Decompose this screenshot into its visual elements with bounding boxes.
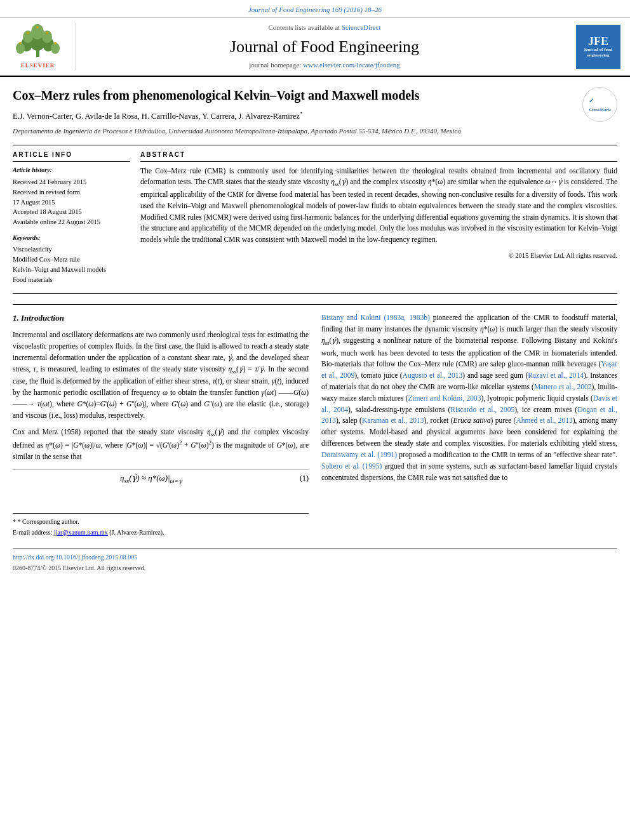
page-footer: http://dx.doi.org/10.1016/j.jfoodeng.201… <box>13 549 617 573</box>
journal-logo-right: JFE journal of food engineering <box>573 23 624 71</box>
journal-logo-box: JFE journal of food engineering <box>576 25 620 69</box>
corresponding-note: * * Corresponding author. <box>13 517 309 527</box>
intro-section-title: 1. Introduction <box>13 312 309 324</box>
svg-point-10 <box>54 42 57 44</box>
svg-point-9 <box>19 42 22 44</box>
accepted-date: Accepted 18 August 2015 <box>13 207 130 217</box>
equation-1-line: ηss(γ̇) ≈ η*(ω)|ω=γ̇ (1) <box>13 469 309 488</box>
logo-title: journal of food engineering <box>579 47 618 58</box>
email-person: (J. Alvarez-Ramirez). <box>109 529 164 536</box>
article-title: Cox–Merz rules from phenomenological Kel… <box>13 88 420 102</box>
corresponding-label: * Corresponding author. <box>18 518 79 525</box>
svg-point-13 <box>36 26 39 29</box>
email-label: E-mail address: <box>13 529 52 536</box>
authors: E.J. Vernon-Carter, G. Avila-de la Rosa,… <box>13 112 300 121</box>
ahmed-ref[interactable]: Ahmed et al., 2013 <box>516 417 572 424</box>
journal-header: ELSEVIER Contents lists available at Sci… <box>0 18 630 77</box>
intro-number: 1. <box>13 313 19 323</box>
journal-homepage-line: journal homepage: www.elsevier.com/locat… <box>249 60 400 70</box>
journal-top-bar: Journal of Food Engineering 169 (2016) 1… <box>0 0 630 18</box>
revised-label: Received in revised form <box>13 187 130 197</box>
elsevier-logo-area: ELSEVIER <box>6 23 76 71</box>
svg-point-12 <box>46 32 48 34</box>
email-line: E-mail address: jjar@xanum.uam.mx (J. Al… <box>13 528 309 538</box>
journal-title-header: Journal of Food Engineering <box>230 35 419 59</box>
sciencedirect-line: Contents lists available at ScienceDirec… <box>268 23 380 33</box>
soltero-ref[interactable]: Soltero et al. (1995) <box>321 462 382 470</box>
elsevier-tree-icon <box>14 24 62 59</box>
crossmark-label: ✓CrossMark <box>589 97 610 113</box>
available-date: Available online 22 August 2015 <box>13 217 130 227</box>
sciencedirect-link[interactable]: ScienceDirect <box>342 23 381 31</box>
right-intro-text: Bistany and Kokini (1983a, 1983b) pionee… <box>321 312 617 483</box>
body-divider <box>13 293 617 294</box>
intro-title: Introduction <box>21 313 64 323</box>
keywords-label: Keywords: <box>13 234 130 243</box>
left-body-col: 1. Introduction Incremental and oscillat… <box>13 312 309 538</box>
right-body-col: Bistany and Kokini (1983a, 1983b) pionee… <box>321 312 617 538</box>
manero-ref[interactable]: Manero et al., 2002 <box>534 383 592 390</box>
journal-ref: Journal of Food Engineering 169 (2016) 1… <box>248 6 382 13</box>
email-link[interactable]: jjar@xanum.uam.mx <box>54 529 108 536</box>
article-history-label: Article history: <box>13 166 130 175</box>
equation-1-number: (1) <box>290 473 309 484</box>
article-divider <box>13 145 617 145</box>
footnote-block: * * Corresponding author. E-mail address… <box>13 513 309 537</box>
keyword-3: Kelvin–Voigt and Maxwell models <box>13 265 130 275</box>
augusto-ref[interactable]: Augusto et al., 2013 <box>403 371 463 379</box>
svg-point-11 <box>27 32 29 34</box>
corresponding-star: * <box>300 110 303 117</box>
keyword-2: Modified Cox–Merz rule <box>13 255 130 265</box>
karaman-ref[interactable]: Karaman et al., 2013 <box>362 417 424 424</box>
doi-link[interactable]: http://dx.doi.org/10.1016/j.jfoodeng.201… <box>13 554 137 561</box>
corresponding-star-note: * <box>13 518 18 525</box>
copyright: © 2015 Elsevier Ltd. All rights reserved… <box>140 251 617 260</box>
equation-1-content: ηss(γ̇) ≈ η*(ω)|ω=γ̇ <box>13 472 290 486</box>
doi-line: http://dx.doi.org/10.1016/j.jfoodeng.201… <box>13 553 617 563</box>
body-section: 1. Introduction Incremental and oscillat… <box>13 304 617 573</box>
body-two-col: 1. Introduction Incremental and oscillat… <box>13 312 617 538</box>
issn-line: 0260-8774/© 2015 Elsevier Ltd. All right… <box>13 564 617 573</box>
keyword-4: Food materials <box>13 275 130 285</box>
zimeri-ref[interactable]: Zimeri and Kokini, 2003 <box>408 394 481 402</box>
article-info-section-label: ARTICLE INFO <box>13 150 130 162</box>
intro-paragraph-2: Cox and Merz (1958) reported that the st… <box>13 427 309 463</box>
razavi-ref[interactable]: Razavi et al., 2014 <box>528 371 584 379</box>
homepage-label: journal homepage: <box>249 61 301 69</box>
bistany-kokini-ref[interactable]: Bistany and Kokini (1983a, 1983b) <box>321 314 430 321</box>
journal-center: Contents lists available at ScienceDirec… <box>83 23 566 71</box>
article-info-col: ARTICLE INFO Article history: Received 2… <box>13 150 130 284</box>
abstract-col: ABSTRACT The Cox–Merz rule (CMR) is comm… <box>140 150 617 284</box>
riscardo-ref[interactable]: Riscardo et al., 2005 <box>450 406 514 413</box>
affiliation: Departamento de Ingeniería de Procesos e… <box>13 126 617 136</box>
homepage-url[interactable]: www.elsevier.com/locate/jfoodeng <box>303 61 400 69</box>
received-date: Received 24 February 2015 <box>13 177 130 187</box>
contents-text: Contents lists available at <box>268 23 340 31</box>
article-title-block: Cox–Merz rules from phenomenological Kel… <box>13 87 617 103</box>
keywords-list: Viscoelasticity Modified Cox–Merz rule K… <box>13 244 130 284</box>
article-info-abstract-cols: ARTICLE INFO Article history: Received 2… <box>13 150 617 284</box>
intro-paragraph-1: Incremental and oscillatory deformations… <box>13 330 309 421</box>
revised-date: 17 August 2015 <box>13 197 130 208</box>
elsevier-label: ELSEVIER <box>21 62 55 70</box>
doraiswamy-ref[interactable]: Doraiswamy et al. (1991) <box>321 451 397 458</box>
authors-line: E.J. Vernon-Carter, G. Avila-de la Rosa,… <box>13 110 617 122</box>
abstract-section-label: ABSTRACT <box>140 150 617 162</box>
keyword-1: Viscoelasticity <box>13 244 130 255</box>
article-content: Cox–Merz rules from phenomenological Kel… <box>0 77 630 579</box>
page: Journal of Food Engineering 169 (2016) 1… <box>0 0 630 840</box>
abstract-text: The Cox–Merz rule (CMR) is commonly used… <box>140 166 617 246</box>
